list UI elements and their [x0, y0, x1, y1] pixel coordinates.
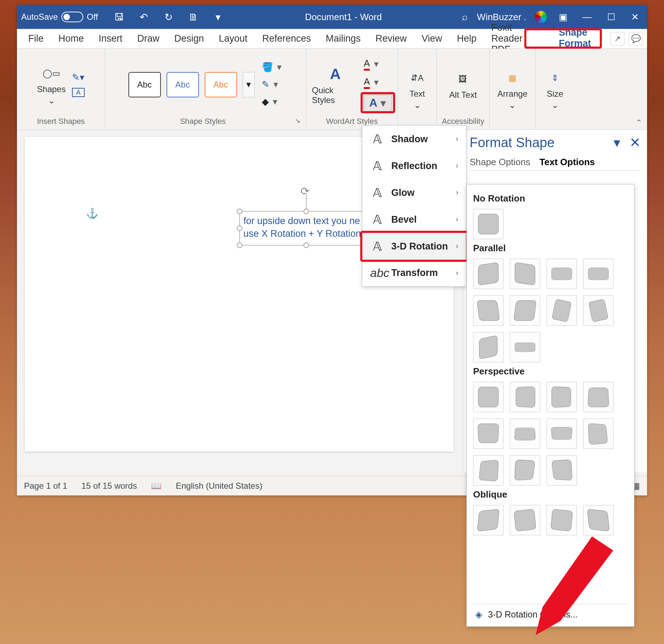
section-no-rotation: No Rotation	[473, 193, 628, 204]
rotation-preset-parallel[interactable]	[473, 295, 503, 326]
rotation-preset-perspective[interactable]	[547, 382, 577, 412]
resize-handle[interactable]	[237, 225, 242, 231]
rotation-preset-parallel[interactable]	[510, 259, 540, 289]
group-shape-styles: Abc Abc Abc ▾ 🪣▾ ✎▾ ◆▾ Shape Styles ↘	[105, 49, 306, 130]
autosave-switch-off-icon[interactable]	[61, 12, 83, 22]
pane-title-text: Format Shape	[470, 135, 555, 150]
shape-style-sample-3[interactable]: Abc	[205, 72, 237, 97]
close-icon[interactable]: ✕	[627, 9, 643, 25]
rotation-preset-parallel[interactable]	[547, 259, 577, 289]
status-word-count[interactable]: 15 of 15 words	[82, 481, 137, 491]
undo-icon[interactable]: ↶	[137, 10, 151, 24]
qat-more-icon[interactable]: ▾	[211, 10, 225, 24]
rotation-preset-parallel[interactable]	[510, 332, 540, 362]
rotation-preset-perspective[interactable]	[583, 382, 614, 412]
resize-handle[interactable]	[303, 209, 309, 214]
text-fill-button[interactable]: A▾	[364, 58, 392, 71]
shape-style-gallery-more-icon[interactable]: ▾	[243, 72, 255, 97]
maximize-icon[interactable]: ☐	[603, 9, 619, 25]
tab-home[interactable]: Home	[52, 30, 91, 48]
text-outline-button[interactable]: A▾	[364, 76, 392, 89]
text-effects-menu: 𝔸 Shadow › 𝔸 Reflection › 𝔸 Glow › 𝔸 Bev…	[362, 125, 466, 287]
menu-shadow[interactable]: 𝔸 Shadow ›	[362, 126, 466, 152]
shape-outline-button[interactable]: ✎▾	[262, 79, 283, 90]
text-effects-button[interactable]: A▾	[364, 95, 392, 112]
rotation-preset-parallel[interactable]	[473, 332, 503, 362]
alt-text-button[interactable]: 🖼Alt Text	[449, 70, 477, 100]
shape-styles-dialog-launcher-icon[interactable]: ↘	[295, 117, 300, 126]
new-doc-icon[interactable]: 🗎	[186, 10, 200, 24]
rotation-options-link[interactable]: ◈ 3-D Rotation Options...	[473, 604, 628, 626]
shadow-effect-icon: 𝔸	[370, 132, 384, 146]
collapse-ribbon-icon[interactable]: ⌃	[636, 118, 642, 127]
text-box-icon[interactable]: A	[72, 88, 85, 97]
status-page[interactable]: Page 1 of 1	[24, 481, 67, 491]
menu-bevel[interactable]: 𝔸 Bevel ›	[362, 206, 466, 233]
share-icon[interactable]: ↗	[610, 32, 624, 46]
rotation-preset-parallel[interactable]	[510, 295, 540, 326]
menu-3d-rotation[interactable]: 𝔸 3-D Rotation ›	[362, 233, 466, 260]
alt-text-icon: 🖼	[453, 70, 472, 89]
tab-draw[interactable]: Draw	[130, 30, 167, 48]
rotation-preset-perspective[interactable]	[510, 382, 540, 412]
selected-text-box[interactable]: for upside down text you ne use X Rotati…	[239, 211, 373, 246]
tab-layout[interactable]: Layout	[212, 30, 254, 48]
spellcheck-icon[interactable]: 📖	[151, 481, 162, 491]
glow-effect-icon: 𝔸	[370, 186, 384, 200]
shape-style-gallery[interactable]: Abc Abc Abc ▾	[128, 72, 255, 97]
tab-help[interactable]: Help	[450, 30, 484, 48]
pane-dropdown-icon[interactable]: ▾	[614, 135, 620, 150]
rotation-preset-perspective[interactable]	[473, 419, 503, 449]
pane-tab-text-options[interactable]: Text Options	[539, 157, 595, 168]
menu-reflection[interactable]: 𝔸 Reflection ›	[362, 152, 466, 179]
pane-tab-shape-options[interactable]: Shape Options	[470, 157, 530, 168]
shape-effects-button[interactable]: ◆▾	[262, 96, 283, 107]
rotation-preset-parallel[interactable]	[547, 295, 577, 326]
rotation-preset-perspective[interactable]	[510, 419, 540, 449]
text-direction-button[interactable]: ⇵AText⌄	[408, 68, 427, 110]
rotation-preset-perspective[interactable]	[473, 455, 503, 486]
rotation-preset-oblique[interactable]	[473, 505, 503, 535]
tab-design[interactable]: Design	[167, 30, 211, 48]
menu-glow[interactable]: 𝔸 Glow ›	[362, 179, 466, 206]
resize-handle[interactable]	[237, 209, 242, 214]
shape-style-sample-1[interactable]: Abc	[128, 72, 161, 97]
tab-view[interactable]: View	[415, 30, 449, 48]
rotation-preset-none[interactable]	[473, 209, 503, 239]
rotation-preset-perspective[interactable]	[473, 382, 503, 412]
tab-mailings[interactable]: Mailings	[319, 30, 368, 48]
rotation-preset-oblique[interactable]	[510, 505, 540, 535]
edit-shape-icon[interactable]: ✎▾	[72, 72, 85, 83]
autosave-toggle[interactable]: AutoSave Off	[21, 12, 98, 22]
tab-insert[interactable]: Insert	[92, 30, 130, 48]
rotation-preset-perspective[interactable]	[547, 419, 577, 449]
tab-review[interactable]: Review	[368, 30, 414, 48]
save-icon[interactable]: 🖫	[112, 10, 126, 24]
rotation-preset-perspective[interactable]	[583, 419, 614, 449]
rotation-preset-perspective[interactable]	[510, 455, 540, 486]
status-language[interactable]: English (United States)	[176, 481, 262, 491]
size-button[interactable]: ⇕Size⌄	[545, 68, 565, 110]
rotation-preset-oblique[interactable]	[547, 505, 577, 535]
rotate-handle-icon[interactable]: ⟳	[301, 184, 309, 199]
shapes-gallery-button[interactable]: ◯▭ Shapes ⌄	[37, 64, 66, 106]
tab-file[interactable]: File	[21, 30, 51, 48]
rotation-preset-oblique[interactable]	[583, 505, 614, 535]
quick-styles-button[interactable]: A Quick Styles	[312, 64, 359, 105]
comments-icon[interactable]: 💬	[629, 32, 643, 46]
resize-handle[interactable]	[237, 242, 242, 248]
shape-fill-button[interactable]: 🪣▾	[262, 62, 283, 73]
rotation-preset-perspective[interactable]	[547, 455, 577, 486]
minimize-icon[interactable]: —	[579, 9, 595, 25]
pane-close-icon[interactable]: ✕	[629, 135, 641, 150]
arrange-button[interactable]: ▦Arrange⌄	[497, 68, 527, 110]
shape-style-sample-2[interactable]: Abc	[167, 72, 199, 97]
ribbon-display-options-icon[interactable]: ▣	[555, 9, 571, 25]
tab-references[interactable]: References	[255, 30, 318, 48]
redo-icon[interactable]: ↻	[162, 10, 176, 24]
search-icon[interactable]: ⌕	[462, 11, 468, 23]
rotation-preset-parallel[interactable]	[473, 259, 503, 289]
resize-handle[interactable]	[303, 242, 309, 248]
rotation-preset-parallel[interactable]	[583, 259, 614, 289]
menu-transform[interactable]: abc Transform ›	[362, 260, 466, 286]
